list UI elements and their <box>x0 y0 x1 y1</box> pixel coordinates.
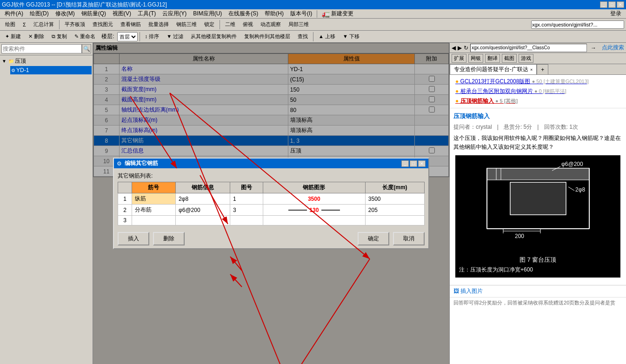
btn-game[interactable]: 游戏 <box>519 54 533 63</box>
menu-help[interactable]: 帮助(H) <box>262 9 286 18</box>
modal-cell-info-2[interactable]: φ6@200 <box>175 205 230 216</box>
browser-forward-btn[interactable]: ▶ <box>458 45 462 51</box>
tree-toggle-icon: ▼ <box>2 59 7 64</box>
btn-move-down[interactable]: ▼ 下移 <box>340 32 363 41</box>
menu-modify[interactable]: 修改(M) <box>53 9 78 18</box>
floor-select[interactable]: 首层 <box>117 32 138 41</box>
menu-version[interactable]: 版本号(I) <box>287 9 315 18</box>
modal-right-buttons: 确定 取消 <box>358 232 425 245</box>
btn-screenshot[interactable]: 截图 <box>502 54 517 63</box>
modal-col-length: 长度(mm) <box>365 182 424 193</box>
tree-item-yd1[interactable]: ⚙ YD-1 <box>10 66 92 74</box>
modal-cell-name-2[interactable]: 分布筋 <box>132 205 176 216</box>
modal-insert-button[interactable]: 插入 <box>118 232 149 245</box>
modal-col-shape: 钢筋图形 <box>263 182 365 193</box>
btn-batch-select[interactable]: 批量选择 <box>145 20 172 29</box>
window-controls: _ □ ✕ <box>600 1 624 8</box>
insert-image-btn[interactable]: 🖼 插入图片 <box>450 285 626 297</box>
btn-new[interactable]: ✦ 新建 <box>2 32 24 41</box>
tree-root-item[interactable]: ▼ 📁 压顶 <box>1 56 92 66</box>
modal-cell-info-1[interactable]: 2φ8 <box>175 193 230 205</box>
modal-minimize-btn[interactable]: _ <box>401 160 409 167</box>
browser-refresh-btn[interactable]: ↻ <box>464 45 468 51</box>
minimize-button[interactable]: _ <box>600 1 607 8</box>
tab-close-question[interactable]: × <box>530 67 533 72</box>
modal-cell-len-3[interactable] <box>365 216 424 225</box>
search-input[interactable] <box>1 44 82 53</box>
modal-cancel-button[interactable]: 取消 <box>393 232 425 245</box>
modal-cell-name-1[interactable]: 纵筋 <box>132 193 176 205</box>
browser-back-btn[interactable]: ◀ <box>452 45 456 51</box>
browser-url-bar[interactable] <box>470 44 587 52</box>
btn-sigma[interactable]: Σ <box>20 20 29 29</box>
btn-bank[interactable]: 网银 <box>468 54 483 63</box>
btn-drawing[interactable]: 绘图 <box>2 20 19 29</box>
menu-login[interactable]: 登录 <box>607 9 624 18</box>
modal-cell-info-3[interactable] <box>175 216 230 225</box>
btn-copy-from-floor[interactable]: 从其他楼层复制构件 <box>187 32 240 41</box>
footer-text: 回答即可得2分奖励分，回答被采纳收得系统赠送20页数分及提问者是赏 <box>450 297 626 308</box>
modal-col-figure: 图号 <box>230 182 263 193</box>
btn-filter[interactable]: ▼ 过滤 <box>163 32 186 41</box>
btn-copy-to-floor[interactable]: 复制构件到其他楼层 <box>241 32 293 41</box>
browser-content[interactable]: ● GCL2013打开GCL2008版图 ● 50 [土建算量GCL2013] … <box>450 75 626 364</box>
btn-rename[interactable]: ✎ 重命名 <box>71 32 99 41</box>
btn-rebar-3d[interactable]: 钢筋三维 <box>173 20 200 29</box>
menu-construct[interactable]: 构件(A) <box>2 9 26 18</box>
btn-move-up[interactable]: ▲ 上移 <box>315 32 339 41</box>
modal-cell-len-1[interactable]: 3500 <box>365 193 424 205</box>
btn-find-element[interactable]: 查找图元 <box>89 20 116 29</box>
menu-draw[interactable]: 绘图(D) <box>27 9 52 18</box>
btn-translate[interactable]: 翻译 <box>485 54 500 63</box>
insert-image-icon: 🖼 <box>453 288 459 294</box>
modal-cell-fig-1[interactable]: 1 <box>230 193 263 205</box>
modal-cell-name-3[interactable] <box>132 216 176 225</box>
search-button[interactable]: 🔍 <box>82 44 91 53</box>
btn-find[interactable]: 查找 <box>294 32 311 41</box>
url-input-top[interactable] <box>531 20 624 29</box>
menu-new-change[interactable]: 🚛新建变更 <box>319 9 356 18</box>
maximize-button[interactable]: □ <box>608 1 616 8</box>
btn-expand[interactable]: 扩展 <box>452 54 466 63</box>
modal-body: 其它钢筋列表: 筋号 钢筋信息 图号 钢筋图形 长度(mm) <box>114 168 428 229</box>
tab-label-new: + <box>541 66 544 73</box>
link-gcl2013[interactable]: ● GCL2013打开GCL2008版图 ● 50 [土建算量GCL2013] <box>453 77 622 86</box>
modal-close-btn[interactable]: ✕ <box>418 160 426 167</box>
btn-local-3d[interactable]: 局部三维 <box>285 20 312 29</box>
browser-search-btn[interactable]: 点此搜索 <box>602 44 624 52</box>
menu-bim[interactable]: BIM应用(U) <box>190 9 225 18</box>
menu-rebar[interactable]: 钢筋量(Q) <box>79 9 109 18</box>
btn-top-view[interactable]: 俯视 <box>240 20 256 29</box>
modal-cell-fig-2[interactable]: 3 <box>230 205 263 216</box>
modal-confirm-button[interactable]: 确定 <box>358 232 389 245</box>
modal-cell-len-2[interactable]: 205 <box>365 205 424 216</box>
btn-summary-calc[interactable]: 汇总计算 <box>30 20 57 29</box>
btn-delete[interactable]: ✕ 删除 <box>25 32 47 41</box>
modal-maximize-btn[interactable]: □ <box>410 160 417 167</box>
modal-col-jinhao: 筋号 <box>132 182 176 193</box>
modal-delete-button[interactable]: 删除 <box>153 232 185 245</box>
modal-footer: 插入 删除 确定 取消 <box>114 229 428 248</box>
btn-align-top[interactable]: 平齐板顶 <box>61 20 88 29</box>
btn-lock[interactable]: 锁定 <box>201 20 218 29</box>
btn-view-rebar[interactable]: 查看钢筋 <box>117 20 144 29</box>
browser-go-btn[interactable]: → <box>589 45 598 51</box>
menu-view[interactable]: 视图(V) <box>110 9 134 18</box>
menu-online[interactable]: 在线服务(S) <box>226 9 261 18</box>
question-title: 压顶钢筋输入 <box>453 112 622 120</box>
close-button[interactable]: ✕ <box>617 1 624 8</box>
btn-sort[interactable]: ↕ 排序 <box>142 32 163 41</box>
browser-extension-bar: 扩展 网银 翻译 截图 游戏 <box>450 53 626 64</box>
tab-new[interactable]: + <box>537 64 548 74</box>
btn-2d[interactable]: 二维 <box>222 20 239 29</box>
btn-dynamic-view[interactable]: 动态观察 <box>257 20 284 29</box>
tab-question[interactable]: 专业造价问题答疑平台-广联达 × <box>450 64 537 74</box>
menu-cloud[interactable]: 云应用(Y) <box>160 9 189 18</box>
btn-copy[interactable]: ⧉ 复制 <box>48 32 70 41</box>
menu-tools[interactable]: 工具(T) <box>135 9 159 18</box>
modal-cell-fig-3[interactable] <box>230 216 263 225</box>
question-answers: 回答次数: 1次 <box>544 124 578 130</box>
link-pile-rebar[interactable]: ● 桩承台三角区附加双向钢网片 ● 0 [钢筋平法] <box>453 86 622 96</box>
link-yd-rebar[interactable]: ● 压顶钢筋输入 ● 5 [其他] <box>453 96 622 106</box>
modal-titlebar: ⚙ 编辑其它钢筋 _ □ ✕ <box>114 159 428 168</box>
